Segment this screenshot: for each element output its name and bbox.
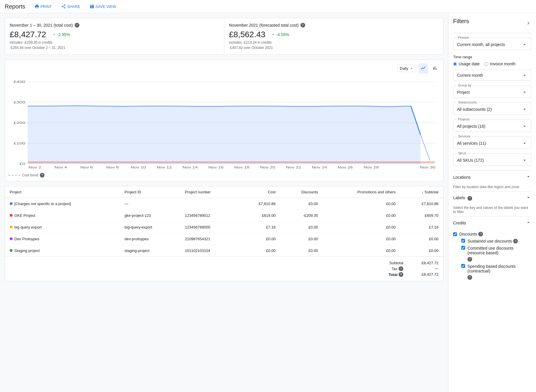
print-button[interactable]: PRINT <box>32 2 54 11</box>
skus-value: All SKUs (172) <box>457 158 484 163</box>
cell-id-3: dev-protoypes <box>120 233 180 245</box>
svg-marker-10 <box>28 106 420 164</box>
line-chart-icon <box>420 65 426 71</box>
save-view-button[interactable]: SAVE VIEW <box>87 2 119 11</box>
project-dot-4 <box>10 249 13 252</box>
project-name-3: Dev Protoypes <box>14 237 39 241</box>
time-period-fieldset[interactable]: Current month <box>453 70 531 81</box>
cell-number-3: 210987654321 <box>180 233 238 245</box>
col-project: Project <box>5 186 120 198</box>
help-icon-tax[interactable]: ? <box>399 266 403 271</box>
chart-container: Daily <box>5 59 443 181</box>
filter-subaccounts: Subaccounts All subaccounts (2) <box>453 103 531 115</box>
svg-marker-12 <box>28 162 435 164</box>
help-icon-committed[interactable]: ? <box>467 257 472 262</box>
data-table: Project Project ID Project number Cost D… <box>5 186 443 281</box>
presets-chevron-icon <box>522 42 528 47</box>
cell-subtotal-2: £7.16 <box>400 221 443 233</box>
help-icon-discounts[interactable]: ? <box>478 232 483 236</box>
help-icon-2[interactable]: ? <box>301 23 305 28</box>
labels-desc: Select the key and values of the labels … <box>453 206 531 214</box>
committed-checkbox[interactable] <box>461 246 465 250</box>
svg-text:Nov 2: Nov 2 <box>29 166 41 169</box>
table-row: GKE Project gke-project-123 123456789012… <box>5 210 443 221</box>
cell-discounts-1: -£209.30 <box>280 210 323 221</box>
help-icon-labels[interactable]: ? <box>467 196 472 201</box>
footer-subtotal-row: Subtotal £8,427.72 <box>10 260 438 266</box>
filter-panel-title: Filters <box>453 18 469 25</box>
tax-label: Tax ? <box>392 266 403 271</box>
summary-card-1: November 1 – 30, 2021 (total cost) ? £8,… <box>5 18 224 54</box>
cell-number-1: 123456789012 <box>180 210 238 221</box>
cell-number-4: 101102103104 <box>180 245 238 257</box>
share-label: SHARE <box>67 4 80 9</box>
discounts-label: Discounts ? <box>459 232 483 236</box>
table-footer: Subtotal £8,427.72 Tax ? — Total ? £8,42… <box>5 256 443 281</box>
share-button[interactable]: SHARE <box>59 2 83 11</box>
svg-text:£200: £200 <box>13 121 25 125</box>
locations-header[interactable]: Locations <box>453 171 531 184</box>
table-row: Dev Protoypes dev-protoypes 210987654321… <box>5 233 443 245</box>
summary-row: November 1 – 30, 2021 (total cost) ? £8,… <box>5 18 443 55</box>
line-chart-button[interactable] <box>419 63 428 74</box>
discounts-checkbox[interactable] <box>453 232 457 236</box>
cell-discounts-0: £0.00 <box>280 198 323 210</box>
expand-icon[interactable] <box>525 20 531 27</box>
group-by-chevron-icon <box>522 89 528 95</box>
cell-id-2: big-query-export <box>120 221 180 233</box>
svg-text:Nov 8: Nov 8 <box>106 166 119 169</box>
sustained-checkbox[interactable] <box>461 239 465 243</box>
group-by-legend: Group by <box>457 83 472 87</box>
help-icon-total[interactable]: ? <box>399 272 403 277</box>
cell-project-3: Dev Protoypes <box>5 233 120 245</box>
presets-fieldset: Presets Current month, all projects <box>453 38 531 50</box>
svg-text:£100: £100 <box>13 142 25 145</box>
cell-subtotal-3: £0.00 <box>400 233 443 245</box>
invoice-month-option[interactable]: Invoice month <box>484 62 515 66</box>
help-icon-sustained[interactable]: ? <box>513 239 518 243</box>
cell-discounts-4: £0.00 <box>280 245 323 257</box>
svg-text:Nov 14: Nov 14 <box>182 166 198 169</box>
labels-collapse-icon <box>525 195 531 202</box>
table-row: big query export big-query-export 123456… <box>5 221 443 233</box>
usage-date-radio[interactable] <box>453 62 457 66</box>
cell-cost-3: £0.00 <box>238 233 280 245</box>
spending-item: Spending based discounts (contractual) ? <box>461 264 531 280</box>
project-name-1: GKE Project <box>14 213 35 218</box>
svg-text:Nov 6: Nov 6 <box>80 166 93 169</box>
footer-total-row: Total ? £8,427.72 <box>10 272 438 277</box>
project-name-4: Staging project <box>14 248 40 253</box>
cell-discounts-3: £0.00 <box>280 233 323 245</box>
svg-text:Nov 4: Nov 4 <box>54 166 67 169</box>
presets-value: Current month, all projects <box>457 42 505 47</box>
credits-header[interactable]: Credits <box>453 216 531 229</box>
daily-select[interactable]: Daily <box>397 65 416 72</box>
cost-table: Project Project ID Project number Cost D… <box>5 186 443 256</box>
discounts-item: Discounts ? <box>453 232 531 236</box>
projects-chevron-icon <box>522 123 528 129</box>
cell-subtotal-4: £0.00 <box>400 245 443 257</box>
spending-checkbox[interactable] <box>461 264 465 268</box>
invoice-month-radio[interactable] <box>484 62 488 66</box>
help-icon-1[interactable]: ? <box>75 23 79 28</box>
total-label: Total ? <box>389 272 403 277</box>
total-value: £8,427.72 <box>415 272 438 277</box>
locations-collapse-icon <box>525 174 531 181</box>
cell-cost-2: £7.16 <box>238 221 280 233</box>
cell-cost-0: £7,810.86 <box>238 198 280 210</box>
cell-project-1: GKE Project <box>5 210 120 221</box>
credits-options: Discounts ? Sustained use discounts ? <box>453 232 531 280</box>
skus-fieldset: SKUs All SKUs (172) <box>453 154 531 166</box>
projects-fieldset: Projects All projects (16) <box>453 120 531 132</box>
help-icon-spending[interactable]: ? <box>467 275 472 280</box>
cell-cost-1: £819.00 <box>238 210 280 221</box>
help-icon-trend[interactable]: ? <box>40 173 45 178</box>
svg-text:Nov 20: Nov 20 <box>260 166 275 169</box>
summary-card-2: November 2021 (forecasted total cost) ? … <box>224 18 443 54</box>
labels-header[interactable]: Labels ? <box>453 191 531 204</box>
usage-date-option[interactable]: Usage date <box>453 62 480 66</box>
project-dot-1 <box>10 214 13 217</box>
svg-text:Nov 18: Nov 18 <box>234 166 250 169</box>
bar-chart-icon <box>432 65 438 71</box>
bar-chart-button[interactable] <box>430 63 440 74</box>
